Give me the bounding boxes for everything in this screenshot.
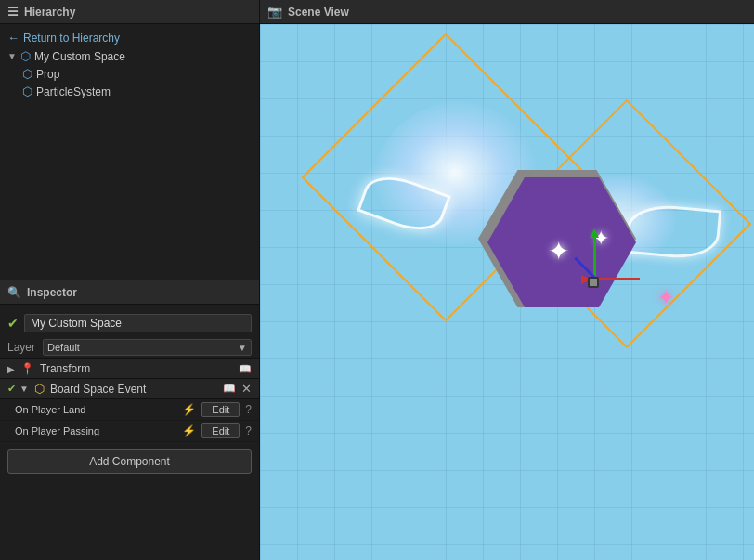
hierarchy-item-label-root: My Custom Space — [34, 50, 125, 63]
on-player-passing-label: On Player Passing — [15, 425, 176, 436]
hierarchy-section: ☰ Hierarchy ← Return to Hierarchy ▼ ⬡ My… — [0, 0, 259, 280]
inspector-header: 🔍 Inspector — [0, 280, 259, 305]
on-player-passing-row: On Player Passing ⚡ Edit ? — [0, 421, 259, 442]
scene-header: 📷 Scene View — [260, 0, 754, 24]
gizmo-y-arrow — [590, 228, 599, 238]
board-space-event-row: ✔ ▼ ⬡ Board Space Event 📖 ✕ — [0, 379, 259, 399]
on-player-land-row: On Player Land ⚡ Edit ? — [0, 399, 259, 421]
inspector-content: ✔ Layer Default ▼ ▶ 📍 — [0, 305, 259, 560]
gizmo-x-axis — [593, 278, 640, 280]
transform-book-icon[interactable]: 📖 — [239, 363, 252, 375]
hierarchy-item-prop[interactable]: ⬡ Prop — [0, 65, 259, 83]
transform-component-row: ▶ 📍 Transform 📖 — [0, 358, 259, 379]
hierarchy-icon: ☰ — [7, 5, 19, 19]
return-arrow-icon: ← — [7, 31, 20, 45]
layer-label: Layer — [7, 341, 35, 354]
board-space-close-icon[interactable]: ✕ — [241, 382, 252, 396]
active-checkbox-icon[interactable]: ✔ — [7, 316, 19, 331]
on-player-passing-bolt-icon: ⚡ — [182, 424, 196, 437]
inspector-title: Inspector — [27, 286, 77, 299]
scene-title: Scene View — [288, 6, 349, 19]
gizmo-center — [588, 277, 599, 288]
hierarchy-title: Hierarchy — [24, 6, 75, 19]
layer-dropdown[interactable]: Default ▼ — [43, 339, 252, 356]
left-panel: ☰ Hierarchy ← Return to Hierarchy ▼ ⬡ My… — [0, 0, 260, 560]
scene-camera-icon: 📷 — [267, 5, 282, 19]
return-label: Return to Hierarchy — [23, 32, 120, 45]
search-icon: 🔍 — [7, 286, 21, 299]
sparkle-star-1: ✦ — [548, 236, 569, 267]
scene-section: 📷 Scene View — [260, 0, 754, 560]
transform-expand-icon[interactable]: ▶ — [7, 364, 15, 374]
hierarchy-item-particlesystem[interactable]: ⬡ ParticleSystem — [0, 83, 259, 100]
layer-dropdown-arrow-icon: ▼ — [238, 343, 247, 353]
on-player-passing-help-icon[interactable]: ? — [245, 424, 252, 437]
hierarchy-content: ← Return to Hierarchy ▼ ⬡ My Custom Spac… — [0, 24, 259, 280]
board-space-book-icon[interactable]: 📖 — [223, 383, 236, 395]
hierarchy-item-label-prop: Prop — [36, 68, 59, 81]
object-name-input[interactable] — [24, 314, 252, 332]
inspector-section: 🔍 Inspector ✔ Layer Default ▼ — [0, 280, 259, 560]
board-space-expand-icon[interactable]: ▼ — [20, 384, 29, 394]
on-player-land-help-icon[interactable]: ? — [245, 403, 252, 416]
on-player-land-label: On Player Land — [15, 404, 176, 415]
pink-sparkle: ✦ — [657, 286, 674, 310]
board-space-script-icon: ⬡ — [34, 382, 45, 396]
expand-arrow-icon: ▼ — [7, 51, 17, 61]
add-component-container: Add Component — [0, 442, 259, 481]
hierarchy-item-root[interactable]: ▼ ⬡ My Custom Space — [0, 47, 259, 65]
hierarchy-header: ☰ Hierarchy — [0, 0, 259, 24]
cube-icon: ⬡ — [20, 49, 31, 63]
layer-value: Default — [47, 342, 238, 353]
scene-viewport[interactable]: ✦ ✦ ✦ — [260, 24, 754, 560]
prefab-icon-prop: ⬡ — [22, 67, 32, 81]
return-to-hierarchy-btn[interactable]: ← Return to Hierarchy — [0, 28, 259, 47]
layer-row: Layer Default ▼ — [0, 336, 259, 358]
transform-location-icon: 📍 — [20, 362, 34, 375]
board-space-checkbox-icon[interactable]: ✔ — [7, 383, 16, 395]
add-component-btn[interactable]: Add Component — [7, 449, 252, 474]
on-player-land-bolt-icon: ⚡ — [182, 403, 196, 416]
prefab-icon-ps: ⬡ — [22, 85, 32, 98]
inspector-name-row: ✔ — [0, 310, 259, 336]
on-player-passing-edit-btn[interactable]: Edit — [202, 423, 240, 438]
on-player-land-edit-btn[interactable]: Edit — [202, 402, 240, 417]
hierarchy-item-label-ps: ParticleSystem — [36, 85, 110, 98]
board-space-label: Board Space Event — [50, 383, 219, 396]
transform-label: Transform — [40, 362, 235, 375]
